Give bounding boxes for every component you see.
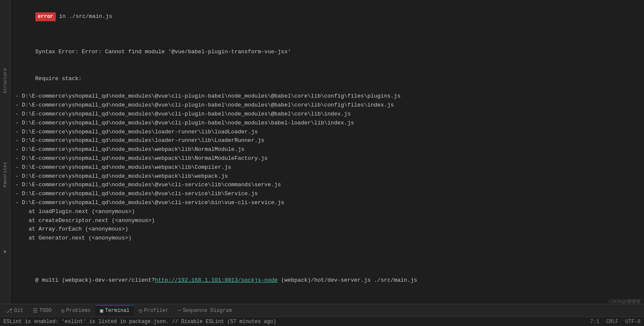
at-line-item: at createDescriptor.next (<anonymous>) [15,216,639,225]
stack-lines: - D:\E-commerce\yshopmall_qd\node_module… [15,92,639,207]
error-in-text: in ./src/main.js [56,13,112,20]
stack-line: - D:\E-commerce\yshopmall_qd\node_module… [15,172,639,181]
favorites-panel-label[interactable]: Favorites [3,162,8,187]
terminal-tab-label: Terminal [105,308,130,314]
tab-todo[interactable]: ☰TODO [29,305,56,316]
status-bar: ESLint is enabled: 'eslint' is listed in… [0,317,644,326]
tab-terminal[interactable]: ▣Terminal [96,305,134,316]
bottom-tab-bar: ⎇Git☰TODO◎Problems▣Terminal◷Profiler↔Seq… [0,304,644,317]
status-message: ESLint is enabled: 'eslint' is listed in… [3,319,590,325]
stack-line: - D:\E-commerce\yshopmall_qd\node_module… [15,128,639,137]
problems-tab-label: Problems [66,308,91,314]
favorites-star-icon: ★ [3,248,6,255]
stack-line: - D:\E-commerce\yshopmall_qd\node_module… [15,190,639,199]
stack-line: - D:\E-commerce\yshopmall_qd\node_module… [15,92,639,101]
multi-suffix: (webpack)/hot/dev-server.js ./src/main.j… [278,277,417,283]
stack-line: - D:\E-commerce\yshopmall_qd\node_module… [15,136,639,145]
stack-line: - D:\E-commerce\yshopmall_qd\node_module… [15,145,639,154]
stack-line: - D:\E-commerce\yshopmall_qd\node_module… [15,119,639,128]
stack-line: - D:\E-commerce\yshopmall_qd\node_module… [15,154,639,163]
blank-line-1 [15,30,639,39]
multi-line: @ multi (webpack)-dev-server/client?http… [15,268,639,294]
sequence-diagram-tab-icon: ↔ [178,307,181,314]
git-tab-label: Git [14,308,23,314]
problems-tab-icon: ◎ [61,307,64,314]
at-line-item: at Generator.next (<anonymous>) [15,234,639,243]
todo-tab-icon: ☰ [33,307,38,314]
todo-tab-label: TODO [40,308,52,314]
line-ending: CRLF [606,319,618,325]
sequence-diagram-tab-label: Sequence Diagram [183,308,232,314]
stack-line: - D:\E-commerce\yshopmall_qd\node_module… [15,110,639,119]
tab-profiler[interactable]: ◷Profiler [135,305,172,316]
tab-git[interactable]: ⎇Git [2,305,28,316]
blank-line-3 [15,252,639,261]
git-tab-icon: ⎇ [6,307,12,314]
terminal-tab-icon: ▣ [100,307,103,314]
at-line-item: at Array.forEach (<anonymous>) [15,225,639,234]
status-right: 7:1 CRLF UTF-8 [590,319,641,325]
at-lines: at loadPlugin.next (<anonymous>) at crea… [15,208,639,243]
blank-line-2 [15,243,639,252]
structure-panel-label[interactable]: Structure [3,68,8,93]
left-sidebar: Structure Favorites ★ [0,0,10,304]
sockjs-link[interactable]: http://192.168.1.101:8013/sockjs-node [155,277,278,283]
stack-line: - D:\E-commerce\yshopmall_qd\node_module… [15,101,639,110]
encoding: UTF-8 [625,319,641,325]
profiler-tab-icon: ◷ [139,307,142,314]
stack-line: - D:\E-commerce\yshopmall_qd\node_module… [15,181,639,190]
error-badge-line: error in ./src/main.js [15,3,639,30]
main-area: Structure Favorites ★ error in ./src/mai… [0,0,644,304]
error-badge: error [35,12,56,21]
tab-sequence-diagram[interactable]: ↔Sequence Diagram [174,305,236,316]
multi-prefix: @ multi (webpack)-dev-server/client? [35,277,155,283]
profiler-tab-label: Profiler [144,308,169,314]
stack-line: - D:\E-commerce\yshopmall_qd\node_module… [15,163,639,172]
syntax-error-line: Syntax Error: Error: Cannot find module … [15,39,639,66]
stack-line: - D:\E-commerce\yshopmall_qd\node_module… [15,199,639,208]
require-stack-line: Require stack: [15,66,639,92]
bottom-tabs-container: ⎇Git☰TODO◎Problems▣Terminal◷Profiler↔Seq… [2,305,236,316]
at-line-item: at loadPlugin.next (<anonymous>) [15,208,639,216]
terminal-output: error in ./src/main.js Syntax Error: Err… [10,0,644,304]
watermark: CSDN@哪哪哪 [609,298,641,305]
cursor-position: 7:1 [590,319,600,325]
tab-problems[interactable]: ◎Problems [57,305,94,316]
